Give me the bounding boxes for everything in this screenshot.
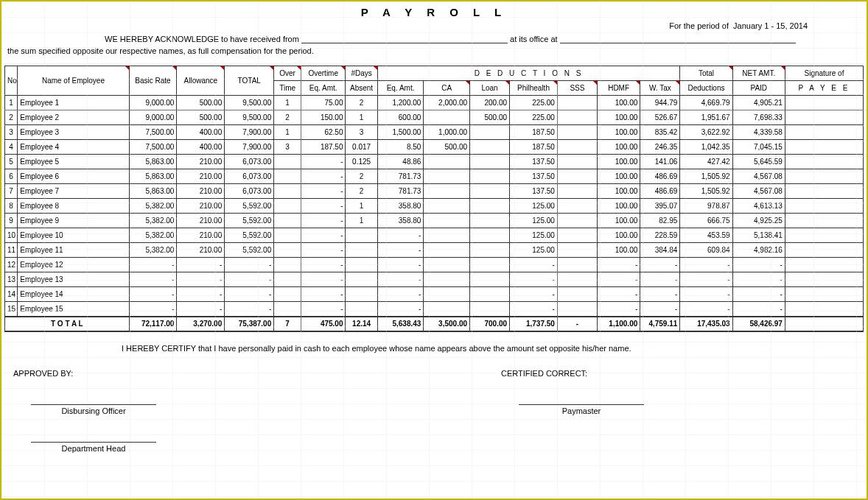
cell: - (301, 214, 346, 228)
total-allow: 3,270.00 (177, 317, 225, 331)
cell (274, 199, 301, 214)
cell: 7,698.33 (732, 110, 785, 125)
cell (346, 302, 377, 317)
cell: - (597, 302, 640, 317)
hdr-hdmf: HDMF (597, 81, 640, 96)
cell: 246.35 (640, 140, 680, 155)
cell: - (225, 287, 274, 302)
hdr-wtax: W. Tax (640, 81, 680, 96)
hdr-basic: Basic Rate (129, 66, 177, 96)
cell: 225.00 (510, 110, 558, 125)
cell: - (301, 302, 346, 317)
table-row: 7Employee 75,863.00210.006,073.00-2781.7… (5, 184, 864, 199)
cell: Employee 10 (18, 228, 129, 243)
total-ot: 7 (274, 317, 301, 331)
cell: - (680, 302, 732, 317)
table-row: 9Employee 95,382.00210.005,592.00-1358.8… (5, 214, 864, 228)
cell: 1,951.67 (680, 110, 732, 125)
cell: 2,000.00 (424, 96, 470, 110)
cell (470, 228, 510, 243)
cell: 125.00 (510, 243, 558, 258)
cell (557, 125, 597, 140)
cell (470, 169, 510, 184)
cell (274, 287, 301, 302)
cell: 14 (5, 287, 18, 302)
cell (274, 169, 301, 184)
cell (557, 228, 597, 243)
table-row: 5Employee 55,863.00210.006,073.00-0.1254… (5, 155, 864, 169)
cell: - (301, 169, 346, 184)
hdr-over: Over (274, 66, 301, 81)
cell: 100.00 (597, 110, 640, 125)
cell (785, 214, 863, 228)
acknowledge-line-1: WE HEREBY ACKNOWLEDGE to have received f… (1, 35, 867, 43)
cell: 500.00 (177, 96, 225, 110)
cell (785, 140, 863, 155)
cell: Employee 5 (18, 155, 129, 169)
cell: 100.00 (597, 140, 640, 155)
cell: 6,073.00 (225, 169, 274, 184)
cell: - (597, 258, 640, 272)
cell (785, 184, 863, 199)
total-blank (785, 317, 863, 331)
cell (424, 258, 470, 272)
cell: 100.00 (597, 243, 640, 258)
cell (274, 214, 301, 228)
cell: - (301, 155, 346, 169)
total-phil: 1,737.50 (510, 317, 558, 331)
cell: 3 (346, 125, 377, 140)
cell: 5,645.59 (732, 155, 785, 169)
cell (557, 258, 597, 272)
cell: 453.59 (680, 228, 732, 243)
cell (424, 169, 470, 184)
cell: - (377, 228, 424, 243)
cell: 15 (5, 302, 18, 317)
cell: 781.73 (377, 184, 424, 199)
total-wtax: 4,759.11 (640, 317, 680, 331)
cell: 8 (5, 199, 18, 214)
cell: - (177, 258, 225, 272)
cell: Employee 15 (18, 302, 129, 317)
blank-office (560, 35, 796, 43)
cell: - (680, 287, 732, 302)
cell (424, 184, 470, 199)
period-prefix: For the period of (669, 21, 729, 30)
cell: 2 (346, 169, 377, 184)
cell: - (597, 287, 640, 302)
cell: 1 (346, 214, 377, 228)
cell: - (510, 272, 558, 287)
cell: 100.00 (597, 214, 640, 228)
cell: Employee 2 (18, 110, 129, 125)
hdr-net: NET AMT. (732, 66, 785, 81)
cell: 225.00 (510, 96, 558, 110)
cell (785, 287, 863, 302)
cell: - (301, 184, 346, 199)
cell (557, 169, 597, 184)
cell: 2 (5, 110, 18, 125)
cell (470, 155, 510, 169)
total-basic: 72,117.00 (129, 317, 177, 331)
cell: - (301, 228, 346, 243)
cell: 1,042.35 (680, 140, 732, 155)
hdr-ot-eqamt: Eq. Amt. (301, 81, 346, 96)
cell: 150.00 (301, 110, 346, 125)
cell: 187.50 (510, 125, 558, 140)
cell: - (225, 258, 274, 272)
cell: 5 (5, 155, 18, 169)
cell (274, 258, 301, 272)
cell: 358.80 (377, 199, 424, 214)
cell: 3 (274, 140, 301, 155)
cell: 978.87 (680, 199, 732, 214)
total-abseq: 5,638.43 (377, 317, 424, 331)
cell (557, 110, 597, 125)
cell: 6 (5, 169, 18, 184)
cell: - (129, 272, 177, 287)
cell: 609.84 (680, 243, 732, 258)
cell: 384.84 (640, 243, 680, 258)
cell: 210.00 (177, 214, 225, 228)
cell: 137.50 (510, 169, 558, 184)
cell: Employee 3 (18, 125, 129, 140)
cell: 1 (346, 199, 377, 214)
cell: Employee 8 (18, 199, 129, 214)
cell (424, 214, 470, 228)
